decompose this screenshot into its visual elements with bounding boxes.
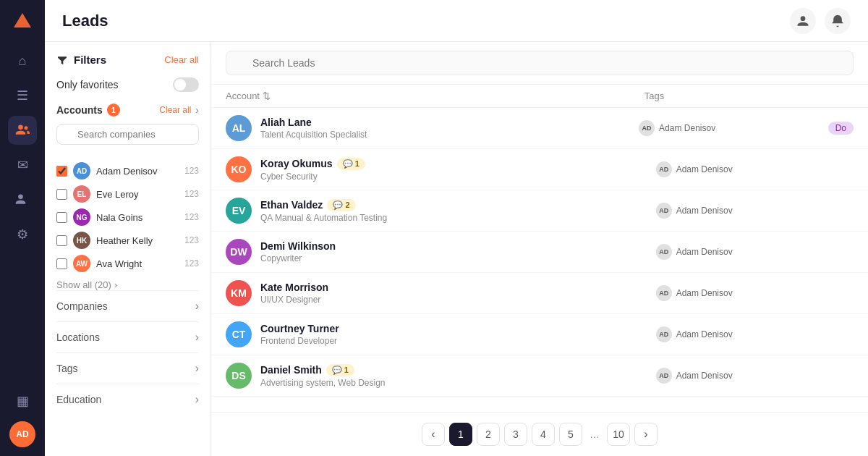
leads-search-bar: 🔍 (211, 42, 868, 85)
notifications-button[interactable] (825, 8, 851, 34)
lead-assigned: AD Adam Denisov (656, 161, 854, 177)
page-2-button[interactable]: 2 (477, 423, 500, 446)
lead-row[interactable]: DW Demi Wilkinson Copywriter AD Adam Den… (211, 232, 868, 273)
lead-title: Frontend Developer (260, 336, 656, 346)
lead-avatar: KO (226, 156, 252, 182)
user-avatar[interactable]: AD (9, 421, 35, 447)
account-item[interactable]: AD Adam Denisov 123 (56, 159, 199, 182)
account-checkbox[interactable] (56, 235, 67, 246)
account-item[interactable]: NG Nala Goins 123 (56, 206, 199, 229)
lead-title: UI/UX Designer (260, 295, 656, 305)
lead-tag-badge: 💬 1 (337, 158, 365, 170)
filter-clear-all-button[interactable]: Clear all (164, 54, 199, 65)
lead-name: Kate Morrison (260, 282, 656, 293)
favorites-toggle[interactable] (173, 77, 199, 92)
filter-header: Filters Clear all (56, 54, 199, 66)
accounts-badge: 1 (107, 104, 120, 117)
collapsible-chevron-icon: › (195, 300, 199, 313)
lead-row[interactable]: AL Aliah Lane Talent Acquisition Special… (211, 108, 868, 149)
lead-row[interactable]: KM Kate Morrison UI/UX Designer AD Adam … (211, 273, 868, 314)
collapsible-label: Locations (56, 332, 100, 343)
assigned-name: Adam Denisov (676, 329, 733, 339)
col-tags-header: Tags (644, 90, 854, 101)
lead-assigned: AD Adam Denisov (656, 203, 854, 219)
account-item[interactable]: EL Eve Leroy 123 (56, 182, 199, 206)
account-name: Ava Wright (96, 258, 179, 269)
lead-row[interactable]: EV Ethan Valdez 💬 2 QA Manual & Automati… (211, 190, 868, 232)
nav-people[interactable] (8, 116, 37, 145)
filter-collapsible-locations[interactable]: Locations › (56, 321, 199, 352)
lead-info: Koray Okumus 💬 1 Cyber Security (260, 158, 656, 182)
app-logo[interactable] (9, 9, 35, 35)
lead-avatar: DS (226, 363, 252, 389)
search-companies-input[interactable] (56, 124, 199, 145)
leads-search-input[interactable] (226, 51, 854, 75)
show-all-button[interactable]: Show all (20) › (56, 279, 117, 290)
account-checkbox[interactable] (56, 212, 67, 223)
account-checkbox[interactable] (56, 258, 67, 269)
lead-info: Kate Morrison UI/UX Designer (260, 282, 656, 305)
account-count: 123 (184, 166, 199, 176)
svg-point-4 (801, 16, 806, 21)
nav-users[interactable] (8, 185, 37, 214)
lead-row[interactable]: CT Courtney Turner Frontend Developer AD… (211, 314, 868, 355)
lead-assigned: AD Adam Denisov (656, 326, 854, 342)
pagination: ‹ 1 2 3 4 5 … 10 › (211, 412, 868, 456)
lead-title: Advertising system, Web Design (260, 378, 656, 388)
nav-mail[interactable]: ✉ (8, 151, 37, 180)
page-title: Leads (62, 12, 109, 30)
lead-tag-badge: 💬 1 (326, 364, 354, 376)
svg-point-1 (18, 125, 23, 130)
assigned-avatar: AD (656, 326, 672, 342)
header-actions (790, 8, 851, 34)
account-name: Adam Denisov (96, 166, 179, 177)
filter-collapsible-companies[interactable]: Companies › (56, 290, 199, 321)
page-3-button[interactable]: 3 (504, 423, 527, 446)
content-row: Filters Clear all Only favorites Account… (45, 42, 868, 456)
accounts-chevron-icon: › (195, 104, 199, 116)
collapsible-label: Education (56, 394, 101, 405)
filter-title-text: Filters (74, 54, 106, 66)
leads-panel: 🔍 Account ⇅ Tags AL Aliah Lane Talent (211, 42, 868, 456)
search-companies-wrap: 🔍 (56, 124, 199, 152)
filter-panel: Filters Clear all Only favorites Account… (45, 42, 211, 456)
collapsible-chevron-icon: › (195, 362, 199, 375)
nav-list[interactable]: ☰ (8, 81, 37, 110)
account-count: 123 (184, 212, 199, 222)
page-1-button[interactable]: 1 (449, 423, 472, 446)
account-avatar: EL (73, 185, 90, 203)
page-5-button[interactable]: 5 (559, 423, 582, 446)
nav-grid[interactable]: ▦ (8, 387, 37, 415)
profile-button[interactable] (790, 8, 816, 34)
collapsible-chevron-icon: › (195, 331, 199, 344)
page-10-button[interactable]: 10 (607, 423, 630, 446)
page-4-button[interactable]: 4 (532, 423, 555, 446)
lead-row[interactable]: DS Daniel Smith 💬 1 Advertising system, … (211, 355, 868, 397)
filter-collapsible-tags[interactable]: Tags › (56, 352, 199, 384)
account-checkbox[interactable] (56, 189, 67, 200)
assigned-avatar: AD (656, 244, 672, 260)
col-account-header[interactable]: Account ⇅ (226, 90, 644, 101)
lead-name: Aliah Lane (260, 117, 639, 128)
assigned-name: Adam Denisov (676, 164, 733, 174)
filter-collapsible-education[interactable]: Education › (56, 384, 199, 415)
prev-page-button[interactable]: ‹ (422, 423, 445, 446)
leads-table-header: Account ⇅ Tags (211, 85, 868, 108)
account-count: 123 (184, 189, 199, 199)
lead-name: Daniel Smith 💬 1 (260, 364, 656, 376)
next-page-button[interactable]: › (634, 423, 658, 446)
collapsible-chevron-icon: › (195, 393, 199, 406)
sort-icon: ⇅ (263, 90, 271, 101)
account-item[interactable]: HK Heather Kelly 123 (56, 229, 199, 252)
top-header: Leads (45, 0, 868, 42)
account-item[interactable]: AW Ava Wright 123 (56, 252, 199, 275)
nav-settings[interactable]: ⚙ (8, 220, 37, 249)
lead-avatar: KM (226, 280, 252, 306)
account-checkbox[interactable] (56, 166, 67, 177)
lead-name: Koray Okumus 💬 1 (260, 158, 656, 170)
lead-avatar: DW (226, 239, 252, 265)
account-count: 123 (184, 258, 199, 269)
accounts-clear-button[interactable]: Clear all (159, 105, 191, 115)
lead-row[interactable]: KO Koray Okumus 💬 1 Cyber Security AD Ad… (211, 149, 868, 190)
nav-home[interactable]: ⌂ (8, 46, 37, 75)
